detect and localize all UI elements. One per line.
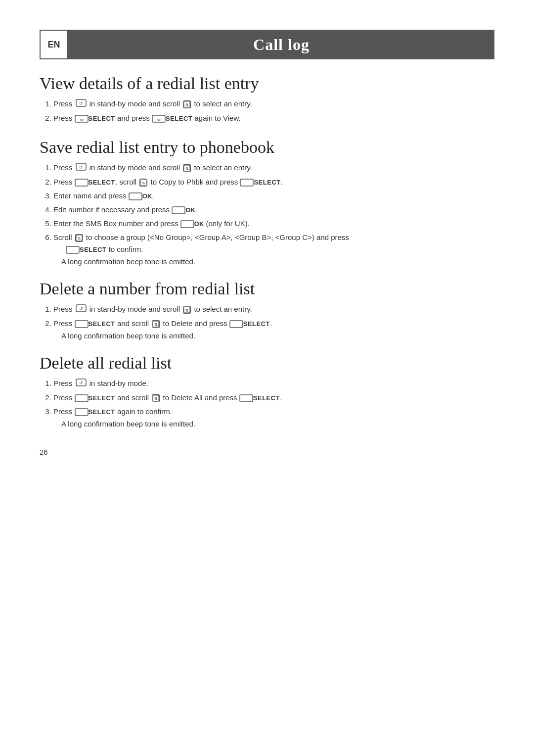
step-4-3: Press SELECT again to confirm. — [53, 406, 494, 418]
step-3-1: Press ↺ in stand-by mode and scroll ⇅ to… — [53, 303, 494, 316]
svg-text:↺: ↺ — [79, 165, 83, 170]
section-delete-all: Delete all redial list Press ↺ in stand-… — [40, 354, 494, 428]
step-2-3: Enter name and press OK. — [53, 190, 494, 202]
select-btn-8 — [75, 394, 89, 402]
svg-rect-17 — [172, 207, 185, 214]
step-2-6: Scroll ⇅ to choose a group (<No Group>, … — [53, 232, 494, 255]
svg-text:↺: ↺ — [79, 380, 83, 385]
header-bar: EN Call log — [40, 30, 494, 59]
scroll-icon-6: ⇅ — [152, 320, 160, 328]
section-save-redial: Save redial list entry to phonebook Pres… — [40, 138, 494, 266]
svg-rect-16 — [129, 193, 142, 200]
steps-delete-number: Press ↺ in stand-by mode and scroll ⇅ to… — [40, 303, 494, 330]
step-4-1: Press ↺ in stand-by mode. — [53, 378, 494, 390]
svg-rect-21 — [66, 246, 79, 253]
step-2-4: Edit number if necessary and press OK. — [53, 204, 494, 216]
select-btn-10 — [75, 408, 89, 416]
svg-text:↺: ↺ — [79, 101, 83, 106]
step-2-1: Press ↺ in stand-by mode and scroll ⇅ to… — [53, 162, 494, 174]
select-btn-5 — [66, 246, 80, 254]
section-delete-number: Delete a number from redial list Press ↺… — [40, 280, 494, 340]
svg-rect-35 — [240, 395, 253, 402]
svg-rect-18 — [181, 221, 194, 228]
ok-btn-2 — [172, 206, 185, 214]
svg-text:⇅: ⇅ — [185, 103, 189, 107]
steps-delete-all: Press ↺ in stand-by mode. Press SELECT a… — [40, 378, 494, 418]
step-2-2: Press SELECT, scroll ⇅ to Copy to Phbk a… — [53, 176, 494, 188]
scroll-icon-7: ⇅ — [152, 394, 160, 402]
select-btn-4 — [240, 179, 254, 187]
svg-text:▭: ▭ — [157, 118, 161, 121]
svg-text:⇅: ⇅ — [154, 397, 158, 401]
section-view-details: View details of a redial list entry Pres… — [40, 74, 494, 124]
step-2-5: Enter the SMS Box number and press OK (o… — [53, 218, 494, 230]
svg-text:⇅: ⇅ — [142, 181, 145, 186]
select-btn-3 — [75, 179, 89, 187]
section-title-delete-number: Delete a number from redial list — [40, 280, 494, 298]
scroll-icon-2: ⇅ — [183, 164, 191, 172]
step-1-1: Press ↺ in stand-by mode and scroll ⇅ to… — [53, 98, 494, 110]
svg-text:⇅: ⇅ — [77, 236, 81, 241]
page-title-bar: Call log — [68, 30, 494, 59]
scroll-icon-3: ⇅ — [139, 179, 147, 187]
section-title-view-details: View details of a redial list entry — [40, 74, 494, 93]
select-btn-1: ▭ — [75, 115, 89, 123]
svg-rect-12 — [75, 179, 88, 186]
scroll-icon-4: ⇅ — [75, 234, 83, 242]
section-title-delete-all: Delete all redial list — [40, 354, 494, 373]
page-number: 26 — [40, 448, 494, 456]
ok-btn-1 — [129, 192, 142, 200]
select-btn-7 — [229, 320, 243, 328]
svg-text:⇅: ⇅ — [185, 308, 189, 313]
ok-btn-3 — [180, 220, 194, 228]
svg-text:▭: ▭ — [80, 118, 83, 121]
select-btn-9 — [239, 394, 253, 402]
select-btn-2: ▭ — [152, 115, 166, 123]
redial-icon-3: ↺ — [76, 304, 87, 316]
steps-view-details: Press ↺ in stand-by mode and scroll ⇅ to… — [40, 98, 494, 124]
note-delete-number: A long confirmation beep tone is emitted… — [47, 331, 494, 340]
svg-rect-36 — [75, 409, 88, 416]
svg-rect-26 — [75, 321, 88, 328]
svg-text:⇅: ⇅ — [154, 323, 158, 327]
svg-rect-15 — [240, 179, 253, 186]
step-4-2: Press SELECT and scroll ⇅ to Delete All … — [53, 392, 494, 404]
steps-save-redial: Press ↺ in stand-by mode and scroll ⇅ to… — [40, 162, 494, 255]
scroll-icon-5: ⇅ — [183, 306, 191, 314]
scroll-icon-1: ⇅ — [183, 100, 191, 108]
svg-text:⇅: ⇅ — [185, 167, 189, 171]
svg-text:↺: ↺ — [79, 306, 83, 311]
section-title-save-redial: Save redial list entry to phonebook — [40, 138, 494, 157]
note-save-redial: A long confirmation beep tone is emitted… — [47, 257, 494, 266]
language-badge: EN — [40, 30, 68, 59]
svg-rect-29 — [230, 321, 243, 328]
select-btn-6 — [75, 320, 89, 328]
svg-rect-32 — [75, 395, 88, 402]
note-delete-all: A long confirmation beep tone is emitted… — [47, 420, 494, 428]
redial-icon-4: ↺ — [76, 378, 87, 390]
page-title: Call log — [253, 36, 310, 54]
step-3-2: Press SELECT and scroll ⇅ to Delete and … — [53, 318, 494, 330]
redial-icon: ↺ — [76, 98, 87, 110]
step-1-2: Press ▭ SELECT and press ▭ SELECT again … — [53, 112, 494, 124]
redial-icon-2: ↺ — [76, 162, 87, 174]
